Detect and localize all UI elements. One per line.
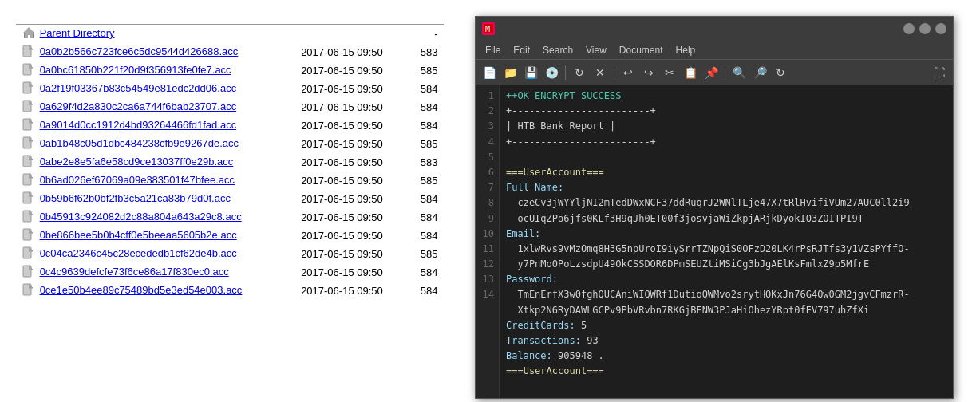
file-desc <box>444 227 463 245</box>
file-name[interactable]: 0a2f19f03367b83c54549e81edc2dd06.acc <box>16 80 294 98</box>
menu-view[interactable]: View <box>579 43 613 57</box>
file-date: 2017-06-15 09:50 <box>294 116 408 135</box>
code-line <box>506 380 946 395</box>
file-name[interactable]: 0a0bc61850b221f20d9f356913fe0fe7.acc <box>16 61 294 80</box>
menu-help[interactable]: Help <box>670 43 702 57</box>
file-size: 584 <box>408 263 444 282</box>
copy-button[interactable]: 📋 <box>682 64 699 81</box>
code-line: Password: <box>506 272 946 287</box>
line-number: 6 <box>480 165 494 180</box>
file-date: 2017-06-15 09:50 <box>294 282 408 300</box>
fullscreen-button[interactable]: ⛶ <box>931 64 948 81</box>
redo-button[interactable]: ↪ <box>640 64 658 81</box>
reload-button[interactable]: ↻ <box>571 64 588 81</box>
code-line: | HTB Bank Report | <box>506 119 946 134</box>
file-name[interactable]: 0a629f4d2a830c2ca6a744f6bab23707.acc <box>16 98 294 116</box>
col-size[interactable] <box>408 18 444 25</box>
close-tab-button[interactable]: ✕ <box>591 64 609 81</box>
menubar: File Edit Search View Document Help <box>476 41 953 60</box>
table-row: 0a0b2b566c723fce6c5dc9544d426688.acc 201… <box>16 43 463 61</box>
col-modified[interactable] <box>294 18 408 25</box>
file-desc <box>444 98 463 116</box>
save-button[interactable]: 💾 <box>522 64 539 81</box>
file-name[interactable]: 0ab1b48c05d1dbc484238cfb9e9267de.acc <box>16 135 294 153</box>
file-size: 584 <box>408 208 444 227</box>
code-line: ===UserAccount=== <box>506 364 946 379</box>
code-line: +------------------------+ <box>506 104 946 119</box>
code-line: CreditCards: 5 <box>506 318 946 333</box>
file-date: 2017-06-15 09:50 <box>294 43 408 61</box>
minimize-button[interactable] <box>903 23 915 34</box>
file-desc <box>444 135 463 153</box>
toolbar-sep2 <box>614 65 614 80</box>
file-date: 2017-06-15 09:50 <box>294 263 408 282</box>
menu-search[interactable]: Search <box>536 43 579 57</box>
file-size: 583 <box>408 43 444 61</box>
table-row: 0ab1b48c05d1dbc484238cfb9e9267de.acc 201… <box>16 135 463 153</box>
file-name[interactable]: 0c04ca2346c45c28ecededb1cf62de4b.acc <box>16 245 294 263</box>
file-date: 2017-06-15 09:50 <box>294 153 408 171</box>
toolbar: 📄 📁 💾 💿 ↻ ✕ ↩ ↪ ✂ 📋 📌 🔍 🔎 ↻ ⛶ <box>476 60 953 85</box>
file-date: 2017-06-15 09:50 <box>294 171 408 190</box>
line-number: 14 <box>480 287 494 302</box>
menu-file[interactable]: File <box>479 43 507 57</box>
file-desc <box>444 43 463 61</box>
close-button[interactable] <box>935 23 946 34</box>
open-button[interactable]: 📁 <box>501 64 519 81</box>
file-date: 2017-06-15 09:50 <box>294 80 408 98</box>
toolbar-sep1 <box>565 65 566 80</box>
col-name[interactable] <box>16 18 294 25</box>
file-name[interactable]: 0a9014d0cc1912d4bd93264466fd1fad.acc <box>16 116 294 135</box>
table-row: 0abe2e8e5fa6e58cd9ce13037ff0e29b.acc 201… <box>16 153 463 171</box>
file-desc <box>444 245 463 263</box>
file-name[interactable]: 0b45913c924082d2c88a804a643a29c8.acc <box>16 208 294 227</box>
file-name[interactable]: 0b59b6f62b0bf2fb3c5a21ca83b79d0f.acc <box>16 190 294 208</box>
menu-edit[interactable]: Edit <box>507 43 536 57</box>
file-size: 585 <box>408 171 444 190</box>
file-desc <box>444 282 463 300</box>
file-name[interactable]: 0abe2e8e5fa6e58cd9ce13037ff0e29b.acc <box>16 153 294 171</box>
save-all-button[interactable]: 💿 <box>543 64 560 81</box>
file-name[interactable]: 0be866bee5b0b4cff0e5beeaa5605b2e.acc <box>16 227 294 245</box>
paste-button[interactable]: 📌 <box>702 64 720 81</box>
file-desc <box>444 61 463 80</box>
undo-button[interactable]: ↩ <box>619 64 637 81</box>
app-icon: M <box>482 22 495 35</box>
cut-button[interactable]: ✂ <box>661 64 678 81</box>
directory-listing: Parent Directory - 0a0b2b566c723fce6c5dc… <box>0 0 479 308</box>
file-name[interactable]: 0c4c9639defcfe73f6ce86a17f830ec0.acc <box>16 263 294 282</box>
file-date: 2017-06-15 09:50 <box>294 208 408 227</box>
line-number: 3 <box>480 119 494 134</box>
file-desc <box>444 25 463 44</box>
code-line: czeCv3jWYYljNI2mTedDWxNCF37ddRuqrJ2WNlTL… <box>506 195 946 211</box>
code-line: Full Name: <box>506 180 946 195</box>
find-button[interactable]: 🔎 <box>751 64 769 81</box>
table-row: 0a2f19f03367b83c54549e81edc2dd06.acc 201… <box>16 80 463 98</box>
file-size: 584 <box>408 282 444 300</box>
code-line: ocUIqZPo6jfs0KLf3H9qJh0ET00f3josvjaWiZkp… <box>506 211 946 227</box>
file-name[interactable]: Parent Directory <box>16 25 294 44</box>
line-number: 9 <box>480 211 494 227</box>
file-name[interactable]: 0b6ad026ef67069a09e383501f47bfee.acc <box>16 171 294 190</box>
file-size: 584 <box>408 190 444 208</box>
table-row: 0be866bee5b0b4cff0e5beeaa5605b2e.acc 201… <box>16 227 463 245</box>
table-row: 0c4c9639defcfe73f6ce86a17f830ec0.acc 201… <box>16 263 463 282</box>
new-button[interactable]: 📄 <box>480 64 498 81</box>
file-date: 2017-06-15 09:50 <box>294 227 408 245</box>
maximize-button[interactable] <box>919 23 931 34</box>
code-line: TmEnErfX3w0fghQUCAniWIQWRf1DutioQWMvo2sr… <box>506 287 946 302</box>
menu-document[interactable]: Document <box>613 43 670 57</box>
svg-text:M: M <box>485 25 490 34</box>
code-line: y7PnMo0PoLzsdpU49OkCSSDOR6DPmSEUZtiMSiCg… <box>506 257 946 272</box>
file-desc <box>444 153 463 171</box>
line-number: 4 <box>480 135 494 150</box>
replace-button[interactable]: ↻ <box>772 64 789 81</box>
code-line: ++OK ENCRYPT SUCCESS <box>506 89 946 104</box>
file-name[interactable]: 0ce1e50b4ee89c75489bd5e3ed54e003.acc <box>16 282 294 300</box>
search-button[interactable]: 🔍 <box>730 64 748 81</box>
code-content[interactable]: ++OK ENCRYPT SUCCESS+-------------------… <box>500 85 953 398</box>
file-size: 585 <box>408 61 444 80</box>
file-name[interactable]: 0a0b2b566c723fce6c5dc9544d426688.acc <box>16 43 294 61</box>
editor-area[interactable]: 1234567891011121314 ++OK ENCRYPT SUCCESS… <box>476 85 953 398</box>
line-number: 12 <box>480 257 494 272</box>
